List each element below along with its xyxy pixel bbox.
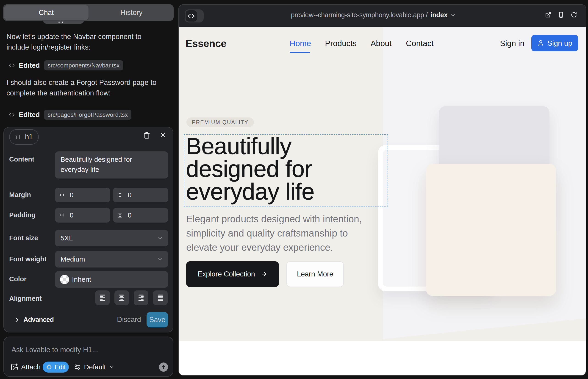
prompt-input[interactable]: Ask Lovable to modify H1... [12,346,98,354]
font-size-select[interactable]: 5XL [55,230,168,246]
learn-more-button[interactable]: Learn More [286,261,344,287]
chat-panel: Chat History Now let's update the Navbar… [0,0,178,379]
font-size-label: Font size [9,234,38,242]
hero-badge: PREMIUM QUALITY [186,117,254,127]
edit-mode-button[interactable]: Edit [43,362,69,373]
sign-up-label: Sign up [547,39,573,47]
content-label: Content [9,156,34,163]
margin-y-input[interactable]: 0 [113,188,168,202]
align-center-icon [118,294,125,301]
align-right-icon [138,294,144,301]
padding-y-value: 0 [128,211,132,219]
external-link-icon [545,12,551,18]
learn-more-label: Learn More [297,270,333,278]
alignment-label: Alignment [9,295,42,302]
mobile-view-button[interactable] [558,12,564,19]
type-icon [15,134,21,141]
margin-y-value: 0 [128,191,132,199]
tab-history[interactable]: History [90,4,174,21]
user-icon [537,40,544,47]
padding-x-value: 0 [70,211,74,219]
chevron-right-icon [13,316,20,323]
color-label: Color [9,275,27,283]
smartphone-icon [558,12,564,18]
refresh-button[interactable] [571,12,577,19]
font-weight-label: Font weight [9,255,46,263]
sign-in-link[interactable]: Sign in [500,39,525,48]
explore-label: Explore Collection [198,270,255,278]
open-in-new-tab-button[interactable] [545,12,551,19]
align-justify-button[interactable] [153,290,168,305]
save-button[interactable]: Save [147,312,168,327]
color-swatch-checkerboard [60,275,69,284]
sign-up-button[interactable]: Sign up [531,35,578,51]
edited-file-chip[interactable]: src/pages/ForgotPassword.tsx [44,110,132,120]
hero-heading[interactable]: Beautifully designed for everyday life [186,135,337,203]
align-left-button[interactable] [95,290,110,305]
padding-vertical-icon [117,212,123,218]
edited-label: Edited [19,62,40,69]
element-editor-panel: h1 Content Beautifully designed for ever… [3,127,173,332]
element-tag: h1 [25,133,33,141]
content-textarea[interactable]: Beautifully designed for everyday life [55,151,168,178]
nav-active-underline [290,52,310,53]
close-icon [160,132,166,138]
align-center-button[interactable] [114,290,129,305]
nav-link-products[interactable]: Products [325,39,356,48]
padding-y-input[interactable]: 0 [113,208,168,222]
trash-icon [143,132,150,139]
code-view-toggle[interactable] [185,9,204,22]
tab-chat[interactable]: Chat [4,5,89,20]
chevron-down-icon [157,256,164,262]
padding-label: Padding [9,211,35,219]
mode-select[interactable]: Default [74,363,114,371]
nav-link-contact[interactable]: Contact [406,39,434,48]
advanced-toggle[interactable]: Advanced [13,316,54,323]
padding-x-input[interactable]: 0 [55,208,110,222]
color-input[interactable]: Inherit [55,271,168,288]
hero-paragraph[interactable]: Elegant products designed with intention… [186,212,370,255]
edited-file-row: Edited src/components/Navbar.tsx [9,60,123,70]
attach-label: Attach [21,363,41,371]
edited-file-chip[interactable]: src/components/Navbar.tsx [44,60,123,70]
url-bar[interactable]: preview--charming-site-symphony.lovable.… [291,11,456,19]
arrow-up-icon [161,364,166,370]
chevron-down-icon [109,364,114,370]
margin-label: Margin [9,191,31,199]
decor-card-beige [426,164,556,296]
font-weight-select[interactable]: Medium [55,251,168,268]
content-value: Beautifully designed for everyday life [61,154,159,174]
chat-history-tabbar: Chat History [3,4,174,21]
nav-link-about[interactable]: About [371,39,391,48]
prompt-toolbar: Attach Edit Default [11,361,168,373]
attach-image-icon [11,363,18,371]
send-button[interactable] [159,363,168,372]
settings-sliders-icon [74,364,81,371]
site-page: Essence Home Products About Contact Sign… [179,27,586,375]
url-domain: preview--charming-site-symphony.lovable.… [291,11,424,19]
align-left-icon [99,294,106,301]
discard-button[interactable]: Discard [117,316,141,324]
align-right-button[interactable] [134,290,148,305]
url-page: index [431,11,448,19]
site-logo[interactable]: Essence [186,38,227,49]
nav-link-home[interactable]: Home [290,39,311,48]
explore-collection-button[interactable]: Explore Collection [186,261,279,287]
assistant-message: I should also create a Forgot Password p… [6,77,157,98]
close-editor-button[interactable] [160,132,166,139]
arrow-right-icon [261,271,267,278]
edit-label: Edit [55,363,66,371]
attach-button[interactable]: Attach [11,363,41,371]
margin-x-value: 0 [70,191,74,199]
refresh-icon [571,12,577,18]
chevron-down-icon [450,12,456,18]
margin-x-input[interactable]: 0 [55,188,110,202]
delete-element-button[interactable] [143,132,150,140]
color-value: Inherit [72,276,91,283]
margin-horizontal-icon [59,192,65,198]
margin-vertical-icon [117,192,123,198]
advanced-label: Advanced [23,316,54,323]
assistant-message: Now let's update the Navbar component to… [6,32,157,52]
align-justify-icon [157,294,164,301]
browser-bar: preview--charming-site-symphony.lovable.… [179,5,586,27]
